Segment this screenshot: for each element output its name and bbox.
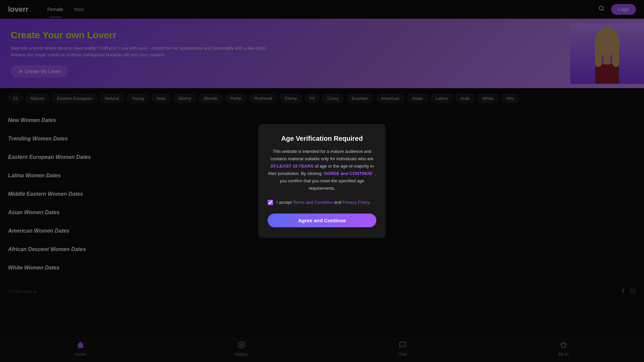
- modal-body-1: This website is intended for a mature au…: [270, 149, 373, 161]
- modal-link-highlight: 'AGREE and CONTINUE': [323, 171, 373, 176]
- privacy-link[interactable]: Privacy Policy: [342, 200, 369, 205]
- checkbox-prefix: I accept: [276, 200, 292, 205]
- and-label: and: [334, 200, 341, 205]
- terms-label[interactable]: I accept Terms and Condition and Privacy…: [276, 199, 371, 206]
- terms-checkbox[interactable]: [268, 200, 273, 205]
- terms-checkbox-row: I accept Terms and Condition and Privacy…: [268, 199, 376, 206]
- modal-age-highlight: AT-LEAST 18 YEARS: [270, 164, 314, 169]
- terms-link-text[interactable]: Terms and Condition: [293, 200, 333, 205]
- modal-body: This website is intended for a mature au…: [268, 148, 376, 192]
- modal-title: Age Verification Required: [268, 135, 376, 142]
- agree-continue-button[interactable]: Agree and Continue: [268, 214, 376, 227]
- age-verification-modal: Age Verification Required This website i…: [258, 124, 386, 238]
- age-verification-overlay: Age Verification Required This website i…: [0, 0, 644, 362]
- checkbox-suffix: .: [369, 200, 371, 205]
